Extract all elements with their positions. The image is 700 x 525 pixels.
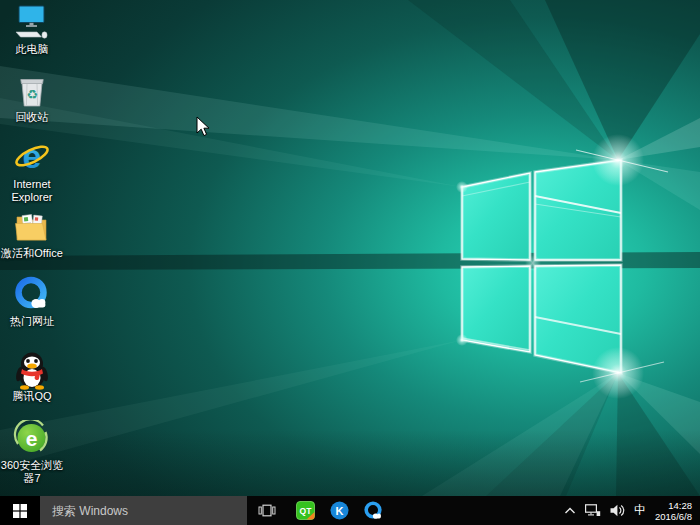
icon-label: 腾讯QQ bbox=[12, 390, 51, 403]
qq-browser-logo-icon bbox=[12, 275, 52, 315]
task-view-button[interactable] bbox=[247, 496, 287, 525]
icon-label: 热门网址 bbox=[10, 315, 54, 328]
qq-penguin-icon bbox=[14, 350, 50, 390]
qt-app-button[interactable]: QT bbox=[295, 501, 315, 521]
internet-explorer-icon: e bbox=[12, 139, 52, 177]
svg-text:e: e bbox=[23, 139, 42, 175]
icon-label: 360安全浏览器7 bbox=[0, 459, 64, 484]
desktop-icon-activate-office[interactable]: 激活和Office bbox=[0, 208, 64, 260]
ime-indicator[interactable]: 中 bbox=[634, 496, 646, 525]
qt-green-icon: QT bbox=[296, 501, 315, 520]
this-pc-icon bbox=[13, 5, 51, 41]
clock-date: 2016/6/8 bbox=[655, 511, 692, 522]
desktop-icon-this-pc[interactable]: 此电脑 bbox=[0, 4, 64, 56]
k-app-button[interactable]: K bbox=[329, 501, 349, 521]
recycle-bin-icon: ♻ bbox=[14, 73, 50, 109]
360-browser-icon: e bbox=[12, 420, 52, 458]
system-tray: 中 14:28 2016/6/8 bbox=[564, 496, 700, 525]
hero-wallpaper bbox=[0, 0, 700, 496]
desktop-icon-hot-websites[interactable]: 热门网址 bbox=[0, 276, 64, 328]
icon-label: 回收站 bbox=[16, 111, 49, 124]
icon-label: 此电脑 bbox=[16, 43, 49, 56]
clock-time: 14:28 bbox=[655, 500, 692, 511]
svg-text:K: K bbox=[335, 505, 343, 517]
desktop-icon-360-browser[interactable]: e 360安全浏览器7 bbox=[0, 420, 64, 484]
svg-text:e: e bbox=[26, 427, 38, 450]
windows-desktop-screen: 此电脑 ♻ 回收站 bbox=[0, 0, 700, 525]
taskbar-app-icons: QT K bbox=[287, 496, 383, 525]
chevron-up-icon bbox=[564, 506, 576, 516]
start-button[interactable] bbox=[0, 496, 40, 525]
qq-browser-button[interactable] bbox=[363, 501, 383, 521]
svg-text:♻: ♻ bbox=[26, 87, 38, 102]
desktop-icon-recycle-bin[interactable]: ♻ 回收站 bbox=[0, 72, 64, 124]
taskbar-clock[interactable]: 14:28 2016/6/8 bbox=[655, 500, 695, 522]
show-hidden-icons-button[interactable] bbox=[564, 496, 576, 525]
volume-icon bbox=[610, 504, 625, 517]
k-blue-circle-icon: K bbox=[330, 501, 349, 520]
qq-browser-icon bbox=[363, 501, 383, 521]
office-folder-icon bbox=[13, 209, 51, 245]
windows-logo-icon bbox=[13, 504, 27, 518]
volume-tray-button[interactable] bbox=[610, 496, 625, 525]
desktop-background[interactable]: 此电脑 ♻ 回收站 bbox=[0, 0, 700, 496]
network-icon bbox=[585, 504, 601, 517]
icon-label: 激活和Office bbox=[1, 247, 63, 260]
taskbar-search-box[interactable] bbox=[40, 496, 247, 525]
taskbar-empty-area[interactable] bbox=[383, 496, 564, 525]
mouse-cursor bbox=[196, 116, 210, 137]
icon-label: Internet Explorer bbox=[0, 178, 64, 203]
search-input[interactable] bbox=[50, 503, 247, 519]
desktop-icon-internet-explorer[interactable]: e Internet Explorer bbox=[0, 139, 64, 203]
desktop-icon-tencent-qq[interactable]: 腾讯QQ bbox=[0, 351, 64, 403]
network-tray-button[interactable] bbox=[585, 496, 601, 525]
task-view-icon bbox=[258, 503, 276, 518]
taskbar: QT K bbox=[0, 496, 700, 525]
svg-text:QT: QT bbox=[299, 506, 312, 516]
